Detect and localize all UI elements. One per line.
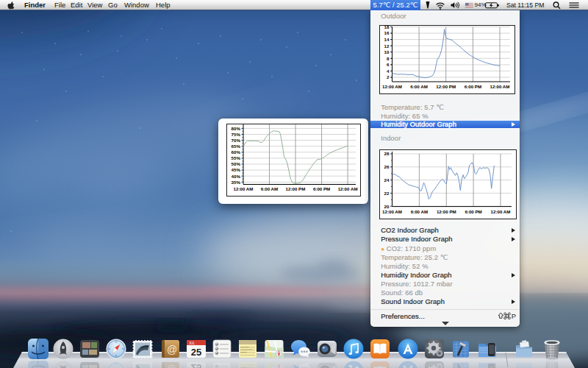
svg-text:8: 8 (387, 55, 390, 60)
svg-text:6:00 AM: 6:00 AM (410, 83, 428, 88)
svg-text:25: 25 (191, 347, 201, 358)
svg-text:70%: 70% (232, 138, 241, 143)
svg-text:22: 22 (384, 191, 390, 196)
svg-text:12:00 PM: 12:00 PM (437, 209, 456, 214)
svg-text:55%: 55% (232, 155, 241, 160)
svg-text:@: @ (167, 344, 177, 355)
svg-text:@: @ (167, 364, 177, 368)
svg-text:24: 24 (384, 177, 390, 183)
svg-text:12:00 AM: 12:00 AM (491, 209, 511, 214)
svg-text:10: 10 (384, 49, 390, 54)
svg-text:6:00 AM: 6:00 AM (411, 209, 429, 214)
svg-text:20: 20 (384, 204, 390, 209)
svg-text:6:00 PM: 6:00 PM (313, 186, 330, 191)
svg-text:14: 14 (384, 36, 390, 41)
svg-text:60%: 60% (232, 149, 241, 155)
svg-text:6: 6 (387, 62, 390, 67)
svg-text:40%: 40% (232, 174, 241, 179)
svg-text:18: 18 (384, 26, 390, 29)
svg-text:12:00 AM: 12:00 AM (490, 83, 510, 88)
svg-text:12: 12 (384, 43, 390, 48)
svg-text:65%: 65% (232, 144, 241, 149)
svg-text:12:00 AM: 12:00 AM (338, 186, 358, 191)
svg-text:4: 4 (387, 68, 390, 73)
svg-text:12:00 PM: 12:00 PM (286, 186, 306, 191)
svg-text:16: 16 (384, 30, 390, 35)
svg-text:6:00 AM: 6:00 AM (261, 186, 279, 191)
svg-text:25: 25 (191, 362, 201, 368)
svg-text:80%: 80% (232, 126, 241, 131)
svg-text:12:00 AM: 12:00 AM (234, 186, 254, 191)
svg-text:12:00 AM: 12:00 AM (382, 209, 402, 214)
svg-text:12:00 PM: 12:00 PM (436, 83, 456, 88)
svg-text:P: P (512, 312, 516, 320)
svg-text:6:00 PM: 6:00 PM (465, 83, 481, 88)
svg-text:12:00 AM: 12:00 AM (382, 83, 402, 88)
svg-text:26: 26 (384, 164, 390, 169)
svg-text:45%: 45% (232, 167, 241, 172)
svg-text:JUL: JUL (189, 342, 195, 345)
svg-text:75%: 75% (232, 132, 241, 137)
svg-text:35%: 35% (232, 180, 241, 185)
svg-text:6:00 PM: 6:00 PM (465, 209, 481, 214)
svg-text:28: 28 (384, 151, 390, 156)
svg-text:50%: 50% (232, 161, 241, 166)
svg-text:2: 2 (387, 74, 390, 79)
